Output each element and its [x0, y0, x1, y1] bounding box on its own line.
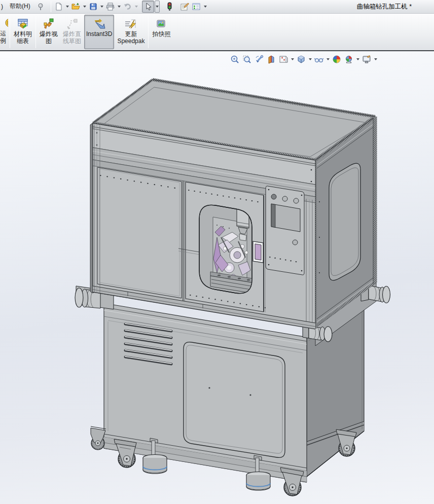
print-dropdown[interactable]	[117, 1, 122, 13]
motion-study-button[interactable]: 运 例	[0, 15, 8, 49]
panel-display-cutout	[271, 204, 300, 232]
undo-icon[interactable]	[122, 1, 134, 13]
view-orientation-dropdown[interactable]	[290, 58, 295, 60]
menu-item-clipped[interactable]: )	[0, 3, 5, 10]
motion-study-label-1: 运	[0, 30, 6, 37]
heads-up-view-toolbar	[229, 54, 378, 65]
door-handle[interactable]	[253, 241, 263, 263]
bill-of-materials-icon	[16, 17, 29, 30]
front-left-panel	[97, 167, 182, 298]
hide-show-dropdown[interactable]	[326, 58, 330, 60]
apply-scene-icon[interactable]	[343, 54, 354, 65]
solidworks-window: ) 帮助(H)	[0, 0, 434, 504]
command-list-dropdown[interactable]	[203, 1, 208, 13]
panel-button-2[interactable]	[282, 196, 287, 201]
exploded-view-icon	[42, 17, 55, 30]
take-snapshot-icon	[155, 17, 168, 30]
open-dropdown[interactable]	[82, 1, 87, 13]
command-list-icon[interactable]	[191, 1, 203, 13]
panel-button-1[interactable]	[271, 194, 276, 199]
view-settings-icon[interactable]	[361, 54, 372, 65]
side-window	[329, 163, 360, 280]
command-toolbar: 运 例 材料明 细表 爆炸视 图 爆炸直 线草图	[0, 14, 434, 51]
graphics-viewport[interactable]	[0, 51, 434, 504]
new-document-icon[interactable]	[53, 1, 65, 13]
exploded-view-button[interactable]: 爆炸视 图	[38, 15, 60, 49]
panel-button-4[interactable]	[293, 240, 298, 245]
open-folder-icon[interactable]	[70, 1, 82, 13]
rotate-view-icon[interactable]	[254, 54, 265, 65]
display-style-dropdown[interactable]	[308, 58, 312, 60]
update-speedpak-button[interactable]: 更新 Speedpak	[115, 15, 147, 49]
instant3d-icon	[93, 17, 106, 30]
section-view-icon[interactable]	[266, 54, 277, 65]
undo-dropdown[interactable]	[134, 1, 139, 13]
toolbar-separator	[10, 16, 10, 48]
zoom-to-area-icon[interactable]	[241, 54, 252, 65]
apply-scene-dropdown[interactable]	[355, 58, 360, 60]
toolbar-separator	[148, 16, 149, 48]
instant3d-button[interactable]: Instant3D	[84, 15, 114, 49]
view-settings-dropdown[interactable]	[373, 58, 378, 60]
view-orientation-icon[interactable]	[278, 54, 289, 65]
bill-of-materials-button[interactable]: 材料明 细表	[12, 15, 34, 49]
traffic-light-icon[interactable]	[163, 1, 175, 13]
exploded-line-sketch-icon	[65, 17, 79, 30]
properties-icon[interactable]	[178, 1, 191, 13]
select-dropdown[interactable]	[155, 1, 160, 13]
cabinet-door[interactable]	[184, 342, 285, 458]
update-speedpak-icon	[124, 17, 137, 30]
panel-button-3[interactable]	[294, 198, 299, 203]
caster-front-left[interactable]	[114, 439, 136, 467]
motion-study-label-2: 例	[0, 37, 6, 44]
toolbar-separator	[35, 16, 36, 48]
zoom-to-fit-icon[interactable]	[229, 54, 240, 65]
front-window[interactable]	[199, 202, 258, 294]
menu-item-help[interactable]: 帮助(H)	[5, 0, 35, 13]
model-canvas[interactable]	[0, 51, 434, 503]
print-icon[interactable]	[104, 1, 117, 13]
save-dropdown[interactable]	[99, 1, 104, 13]
edit-appearance-icon[interactable]	[331, 54, 342, 65]
new-document-dropdown[interactable]	[65, 1, 70, 13]
caster-front-right[interactable]	[280, 467, 304, 496]
pushpin-icon[interactable]	[35, 1, 46, 12]
display-style-icon[interactable]	[296, 54, 307, 65]
hide-show-items-icon[interactable]	[313, 54, 324, 65]
control-panel[interactable]	[266, 186, 304, 275]
save-icon[interactable]	[87, 1, 99, 13]
select-cursor-icon[interactable]	[142, 1, 154, 13]
toolbar-separator	[51, 1, 51, 12]
take-snapshot-button[interactable]: 拍快照	[150, 15, 172, 49]
document-title: 曲轴箱钻孔加工机 *	[357, 3, 434, 11]
exploded-line-sketch-button: 爆炸直 线草图	[61, 15, 83, 49]
menu-bar: ) 帮助(H)	[0, 0, 434, 14]
motion-study-icon	[0, 17, 8, 30]
